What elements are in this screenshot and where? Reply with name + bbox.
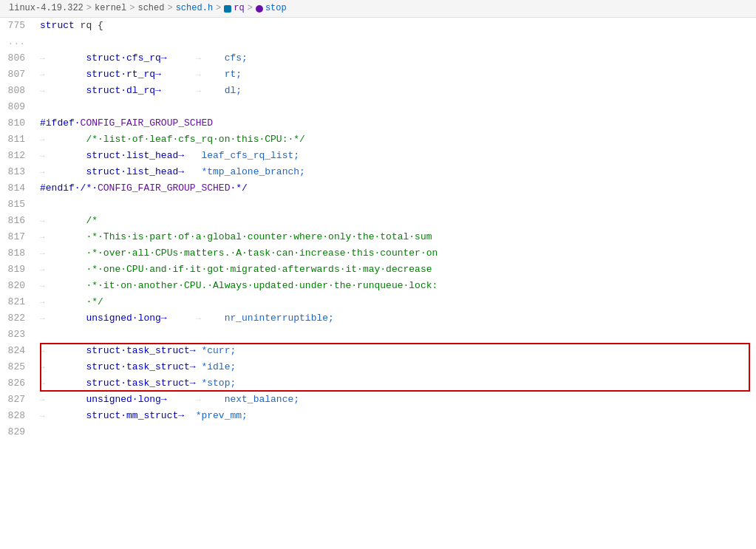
arrow-828: →	[40, 412, 45, 420]
cmt-818: ·*·over·all·CPUs·matters.·A·task·can·inc…	[45, 248, 438, 259]
breadcrumb-stop-text: stop	[265, 1, 287, 16]
arrow-807b: →	[161, 70, 201, 79]
ln-775: 775	[0, 18, 37, 34]
kw-810: #ifdef·	[40, 117, 81, 129]
kw-822: unsigned·long→	[45, 313, 167, 324]
lc-814: #endif·/*·CONFIG_FAIR_GROUP_SCHED·*/	[37, 180, 756, 197]
bc-sep-3: >	[167, 1, 172, 16]
lc-822: → unsigned·long→ → nr_uninterruptible;	[37, 310, 756, 327]
cmt-821: ·*/	[45, 296, 103, 307]
ln-810: 810	[0, 115, 37, 132]
kw-810-purple: CONFIG_FAIR_GROUP_SCHED	[81, 117, 213, 129]
arrow-819: →	[40, 265, 45, 274]
breadcrumb: linux-4.19.322 > kernel > sched > sched.…	[0, 0, 756, 18]
lc-819: → ·*·one·CPU·and·if·it·got·migrated·afte…	[37, 262, 756, 278]
lc-826: → struct·task_struct→ *stop;	[37, 375, 756, 392]
ln-814: 814	[0, 180, 37, 197]
arrow-818: →	[40, 249, 45, 258]
kw-827: unsigned·long→	[45, 394, 167, 405]
lc-821: → ·*/	[37, 294, 756, 310]
kw-828: struct·mm_struct→	[45, 410, 184, 421]
cmt-819: ·*·one·CPU·and·if·it·got·migrated·afterw…	[45, 264, 432, 275]
cmt-811: /*·list·of·leaf·cfs_rq·on·this·CPU:·*/	[45, 134, 305, 145]
ln-826: 826	[0, 375, 37, 392]
ln-809: 809	[0, 99, 37, 115]
line-826: 826 → struct·task_struct→ *stop;	[0, 375, 756, 392]
ln-808: 808	[0, 83, 37, 99]
line-814: 814 #endif·/*·CONFIG_FAIR_GROUP_SCHED·*/	[0, 180, 756, 197]
line-829: 829	[0, 424, 756, 440]
ln-817: 817	[0, 229, 37, 245]
arrow-820: →	[40, 282, 45, 290]
ln-813: 813	[0, 164, 37, 180]
ln-815: 815	[0, 197, 37, 213]
code-container: linux-4.19.322 > kernel > sched > sched.…	[0, 0, 756, 549]
lc-812: → struct·list_head→ leaf_cfs_rq_list;	[37, 148, 756, 164]
arrow-807: →	[40, 70, 45, 79]
line-775: 775 struct rq {	[0, 18, 756, 34]
line-821: 821 → ·*/	[0, 294, 756, 310]
arrow-806: →	[40, 54, 45, 63]
arrow-826: →	[40, 379, 45, 388]
line-806: 806 → struct·cfs_rq→ → cfs;	[0, 50, 756, 67]
var-822: nr_uninterruptible;	[201, 313, 334, 324]
breadcrumb-sched-h[interactable]: sched.h	[176, 1, 213, 16]
breadcrumb-text: linux-4.19.322	[9, 1, 84, 16]
breadcrumb-stop: stop	[256, 1, 287, 16]
line-827: 827 → unsigned·long→ → next_balance;	[0, 392, 756, 408]
kw-824: struct·task_struct→	[45, 345, 196, 356]
var-808: dl;	[201, 85, 242, 96]
ln-821: 821	[0, 294, 37, 310]
ln-811: 811	[0, 132, 37, 148]
line-823: 823	[0, 327, 756, 343]
ln-827: 827	[0, 392, 37, 408]
lc-828: → struct·mm_struct→ *prev_mm;	[37, 408, 756, 424]
cmt-820: ·*·it·on·another·CPU.·Always·updated·und…	[45, 280, 438, 291]
kw-813: struct·list_head→	[45, 166, 184, 177]
cmt-817: ·*·This·is·part·of·a·global·counter·wher…	[45, 231, 432, 242]
ln-820: 820	[0, 278, 37, 294]
kw-struct: struct	[40, 20, 75, 31]
arrow-812: →	[40, 151, 45, 160]
lc-818: → ·*·over·all·CPUs·matters.·A·task·can·i…	[37, 245, 756, 262]
var-812: leaf_cfs_rq_list;	[184, 150, 299, 161]
cmt-816: /*	[45, 215, 98, 226]
struct-icon	[224, 5, 231, 13]
bc-sep-4: >	[216, 1, 221, 16]
ln-807: 807	[0, 67, 37, 83]
breadcrumb-rq-text: rq	[234, 1, 244, 16]
lc-820: → ·*·it·on·another·CPU.·Always·updated·u…	[37, 278, 756, 294]
var-827: next_balance;	[201, 394, 299, 405]
arrow-825: →	[40, 363, 45, 372]
ln-812: 812	[0, 148, 37, 164]
breadcrumb-rq: rq	[224, 1, 244, 16]
line-811: 811 → /*·list·of·leaf·cfs_rq·on·this·CPU…	[0, 132, 756, 148]
ln-816: 816	[0, 213, 37, 229]
var-828: *prev_mm;	[184, 410, 248, 421]
arrow-808b: →	[161, 86, 201, 95]
breadcrumb-kernel: kernel	[95, 1, 126, 16]
kw-814a: #endif·/*·	[40, 183, 98, 194]
lc-775: struct rq {	[37, 18, 756, 34]
ln-828: 828	[0, 408, 37, 424]
lc-811: → /*·list·of·leaf·cfs_rq·on·this·CPU:·*/	[37, 132, 756, 148]
ln-818: 818	[0, 245, 37, 262]
arrow-827: →	[40, 395, 45, 404]
line-ellipsis: ...	[0, 34, 756, 50]
arrow-824: →	[40, 347, 45, 355]
bc-sep-2: >	[129, 1, 134, 16]
lc-816: → /*	[37, 213, 756, 229]
kw-808: struct·dl_rq→	[45, 85, 161, 96]
lc-827: → unsigned·long→ → next_balance;	[37, 392, 756, 408]
arrow-827b: →	[167, 395, 201, 404]
kw-806: struct·cfs_rq→	[45, 52, 167, 64]
line-828: 828 → struct·mm_struct→ *prev_mm;	[0, 408, 756, 424]
line-812: 812 → struct·list_head→ leaf_cfs_rq_list…	[0, 148, 756, 164]
arrow-817: →	[40, 233, 45, 242]
ln-825: 825	[0, 359, 37, 375]
arrow-806b: →	[167, 54, 201, 63]
line-809: 809	[0, 99, 756, 115]
lc-825: → struct·task_struct→ *idle;	[37, 359, 756, 375]
line-822: 822 → unsigned·long→ → nr_uninterruptibl…	[0, 310, 756, 327]
kw-814b: ·*/	[230, 183, 247, 194]
